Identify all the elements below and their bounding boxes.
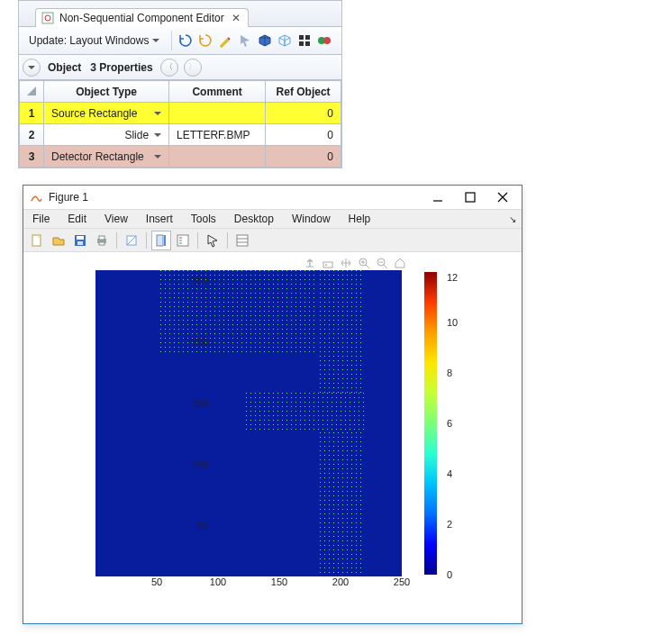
- object-type-cell[interactable]: Detector Rectangle: [44, 146, 169, 168]
- chevron-down-icon[interactable]: [154, 155, 161, 159]
- insert-legend-icon[interactable]: [173, 231, 193, 250]
- menu-window[interactable]: Window: [283, 211, 340, 227]
- draw-icon[interactable]: [217, 32, 233, 49]
- y-tick-label: 100: [192, 459, 208, 470]
- object-label: Object: [48, 61, 81, 74]
- heatmap-image: [95, 270, 402, 576]
- menu-insert[interactable]: Insert: [137, 211, 182, 227]
- chevron-down-icon[interactable]: [154, 133, 161, 137]
- col-object-type[interactable]: Object Type: [44, 81, 169, 103]
- comment-cell[interactable]: [169, 146, 266, 168]
- expand-toggle-button[interactable]: [23, 59, 41, 77]
- toolbar-separator: [171, 31, 172, 50]
- refresh-all-icon[interactable]: [197, 32, 213, 49]
- nsc-toolbar: Update: Layout Windows: [19, 26, 341, 55]
- menu-tools[interactable]: Tools: [182, 211, 225, 227]
- toolbar-separator: [197, 232, 198, 249]
- chevron-down-icon: [28, 66, 35, 69]
- next-button[interactable]: 〉: [184, 59, 202, 77]
- link-plot-icon[interactable]: [122, 231, 141, 250]
- table-row[interactable]: 2 Slide LETTERF.BMP 0: [20, 124, 341, 146]
- svg-rect-20: [157, 235, 163, 246]
- prev-button[interactable]: 〈: [160, 59, 178, 77]
- menu-desktop[interactable]: Desktop: [225, 211, 283, 227]
- dock-icon[interactable]: ↘: [509, 214, 522, 224]
- colorbar-tick-label: 0: [447, 569, 452, 580]
- object-type-cell[interactable]: Source Rectangle: [44, 103, 169, 124]
- cube-icon[interactable]: [257, 32, 273, 49]
- comment-cell[interactable]: LETTERF.BMP: [169, 124, 266, 146]
- print-icon[interactable]: [92, 231, 112, 250]
- menu-view[interactable]: View: [95, 211, 137, 227]
- dual-dots-icon[interactable]: [316, 32, 332, 49]
- svg-rect-10: [466, 193, 475, 202]
- row-index: 2: [20, 124, 44, 146]
- open-icon[interactable]: [49, 231, 68, 250]
- ref-object-cell[interactable]: 0: [266, 124, 341, 146]
- x-tick-label: 200: [332, 576, 349, 639]
- object-type-label: Detector Rectangle: [51, 150, 144, 163]
- col-ref-object[interactable]: Ref Object: [266, 81, 341, 103]
- update-layout-windows-button[interactable]: Update: Layout Windows: [23, 31, 166, 50]
- svg-rect-17: [99, 242, 104, 245]
- figure-titlebar[interactable]: Figure 1: [23, 186, 522, 209]
- menu-edit[interactable]: Edit: [59, 211, 95, 227]
- zoom-out-icon[interactable]: [375, 256, 389, 270]
- table-row[interactable]: 1 Source Rectangle 0: [20, 103, 341, 124]
- x-tick-label: 250: [394, 576, 410, 639]
- brush-icon[interactable]: [321, 256, 335, 270]
- edit-plot-icon[interactable]: [203, 231, 223, 250]
- maximize-button[interactable]: [455, 187, 486, 207]
- toolbar-separator: [227, 232, 228, 249]
- svg-rect-4: [299, 41, 304, 46]
- toolbar-separator: [116, 232, 117, 249]
- ref-object-cell[interactable]: 0: [266, 146, 341, 168]
- svg-rect-22: [177, 235, 188, 246]
- ref-object-cell[interactable]: 0: [266, 103, 341, 124]
- figure-menubar: File Edit View Insert Tools Desktop Wind…: [23, 209, 522, 229]
- colorbar[interactable]: [424, 272, 437, 575]
- col-comment[interactable]: Comment: [169, 81, 266, 103]
- svg-rect-14: [77, 241, 83, 245]
- nsc-tab[interactable]: Non-Sequential Component Editor ✕: [35, 8, 249, 27]
- colorbar-tick-label: 2: [447, 519, 452, 530]
- pointer-icon[interactable]: [237, 32, 253, 49]
- chevron-down-icon[interactable]: [154, 112, 161, 115]
- close-button[interactable]: [487, 187, 518, 207]
- close-icon[interactable]: ✕: [232, 12, 241, 24]
- open-properties-icon[interactable]: [232, 231, 252, 250]
- axes-floating-toolbar: [303, 256, 407, 270]
- insert-colorbar-icon[interactable]: [151, 231, 171, 250]
- objects-table: Object Type Comment Ref Object 1 Source …: [19, 80, 341, 168]
- grid-icon[interactable]: [296, 32, 313, 49]
- colorbar-tick-label: 6: [447, 418, 452, 429]
- table-row[interactable]: 3 Detector Rectangle 0: [20, 146, 341, 168]
- figure-title: Figure 1: [49, 191, 421, 204]
- svg-rect-3: [305, 35, 310, 40]
- refresh-icon[interactable]: [177, 32, 194, 49]
- axes[interactable]: [95, 270, 402, 576]
- figure-window: Figure 1 File Edit View Insert Tools Des…: [23, 185, 522, 624]
- menu-help[interactable]: Help: [340, 211, 380, 227]
- nsc-editor-window: Non-Sequential Component Editor ✕ Update…: [18, 0, 342, 168]
- nsc-tab-title: Non-Sequential Component Editor: [59, 12, 224, 24]
- row-index: 1: [20, 103, 44, 124]
- svg-point-30: [325, 264, 327, 266]
- nsc-tab-icon: [41, 12, 54, 24]
- cube-wire-icon[interactable]: [277, 32, 293, 49]
- pan-icon[interactable]: [339, 256, 353, 270]
- comment-cell[interactable]: [169, 103, 266, 124]
- svg-line-32: [366, 265, 369, 268]
- menu-file[interactable]: File: [23, 211, 59, 227]
- minimize-button[interactable]: [422, 187, 453, 207]
- col-corner[interactable]: [20, 81, 44, 103]
- save-icon[interactable]: [70, 231, 90, 250]
- export-icon[interactable]: [303, 256, 317, 270]
- svg-rect-16: [99, 236, 104, 240]
- new-figure-icon[interactable]: [27, 231, 47, 250]
- svg-rect-29: [323, 262, 332, 268]
- object-type-cell[interactable]: Slide: [44, 124, 169, 146]
- colorbar-tick-label: 4: [447, 468, 452, 479]
- home-icon[interactable]: [393, 256, 407, 270]
- zoom-in-icon[interactable]: [357, 256, 371, 270]
